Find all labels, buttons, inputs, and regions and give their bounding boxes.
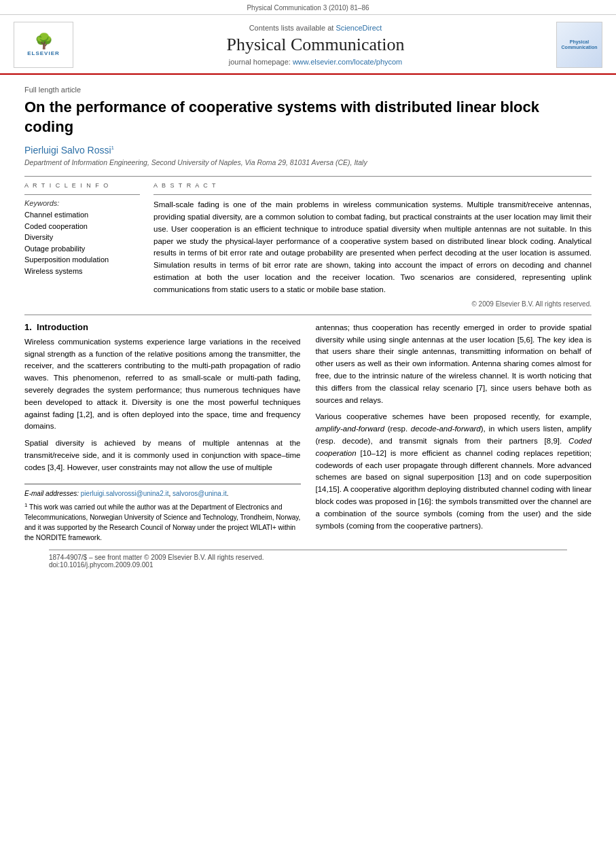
journal-reference: Physical Communication 3 (2010) 81–86 — [247, 4, 369, 12]
journal-homepage-link[interactable]: www.elsevier.com/locate/phycom — [293, 58, 402, 66]
article-info-abstract-section: A R T I C L E I N F O Keywords: Channel … — [24, 182, 592, 308]
page: Physical Communication 3 (2010) 81–86 🌳 … — [0, 0, 616, 841]
keyword-6: Wireless systems — [24, 266, 140, 277]
keywords-list: Channel estimation Coded cooperation Div… — [24, 209, 140, 276]
article-title: On the performance of cooperative system… — [24, 98, 592, 137]
keyword-5: Superposition modulation — [24, 254, 140, 266]
right-para-1: antennas; thus cooperation has recently … — [316, 322, 592, 407]
article-info-heading: A R T I C L E I N F O — [24, 182, 140, 189]
keyword-4: Outage probability — [24, 243, 140, 255]
article-body: Full length article On the performance o… — [0, 75, 616, 582]
intro-para-2: Spatial diversity is achieved by means o… — [24, 437, 301, 473]
bottom-line-2: doi:10.1016/j.phycom.2009.09.001 — [49, 561, 567, 569]
journal-cover-thumbnail: PhysicalCommunication — [556, 22, 602, 68]
elsevier-logo-box: 🌳 ELSEVIER — [14, 22, 73, 68]
email-link-1[interactable]: pierluigi.salvorossi@unina2.it — [81, 490, 169, 497]
footnote-1: 1 This work was carried out while the au… — [24, 501, 301, 543]
footnote-area: E-mail addresses: pierluigi.salvorossi@u… — [24, 484, 301, 543]
header-center: Contents lists available at ScienceDirec… — [75, 24, 556, 66]
keyword-1: Channel estimation — [24, 209, 140, 221]
author-name: Pierluigi Salvo Rossi1 — [24, 145, 592, 156]
intro-para-1: Wireless communication systems experienc… — [24, 336, 301, 433]
main-content-columns: 1. Introduction Wireless communication s… — [24, 322, 592, 543]
intro-section-title: 1. Introduction — [24, 322, 301, 332]
bottom-line-1: 1874-4907/$ – see front matter © 2009 El… — [49, 554, 567, 561]
bottom-bar: 1874-4907/$ – see front matter © 2009 El… — [49, 550, 567, 569]
keywords-label: Keywords: — [24, 199, 140, 207]
journal-header: 🌳 ELSEVIER Contents lists available at S… — [0, 15, 616, 75]
article-info-col: A R T I C L E I N F O Keywords: Channel … — [24, 182, 140, 308]
right-para-2: Various cooperative schemes have been pr… — [316, 411, 592, 532]
keyword-2: Coded cooperation — [24, 221, 140, 232]
copyright-line: © 2009 Elsevier B.V. All rights reserved… — [153, 300, 592, 308]
sciencedirect-line: Contents lists available at ScienceDirec… — [75, 24, 556, 32]
abstract-col: A B S T R A C T Small-scale fading is on… — [153, 182, 592, 308]
elsevier-tree-icon: 🌳 — [35, 34, 53, 49]
footnote-email: E-mail addresses: pierluigi.salvorossi@u… — [24, 488, 301, 499]
keyword-3: Diversity — [24, 232, 140, 243]
sciencedirect-link[interactable]: ScienceDirect — [336, 24, 382, 32]
divider-abstract — [153, 194, 592, 195]
section-divider — [24, 315, 592, 315]
elsevier-logo-area: 🌳 ELSEVIER — [14, 22, 75, 68]
abstract-heading: A B S T R A C T — [153, 182, 592, 189]
journal-title: Physical Communication — [75, 35, 556, 55]
journal-homepage-line: journal homepage: www.elsevier.com/locat… — [75, 58, 556, 66]
elsevier-brand: ELSEVIER — [27, 50, 60, 56]
email-link-2[interactable]: salvoros@unina.it — [173, 490, 227, 497]
journal-reference-bar: Physical Communication 3 (2010) 81–86 — [0, 0, 616, 15]
affiliation: Department of Information Engineering, S… — [24, 158, 592, 166]
divider-info — [24, 194, 140, 195]
main-right-col: antennas; thus cooperation has recently … — [316, 322, 592, 543]
abstract-text: Small-scale fading is one of the main pr… — [153, 199, 592, 296]
article-type-label: Full length article — [24, 86, 592, 94]
main-left-col: 1. Introduction Wireless communication s… — [24, 322, 301, 543]
divider-1 — [24, 176, 592, 177]
author-superscript: 1 — [111, 145, 114, 151]
